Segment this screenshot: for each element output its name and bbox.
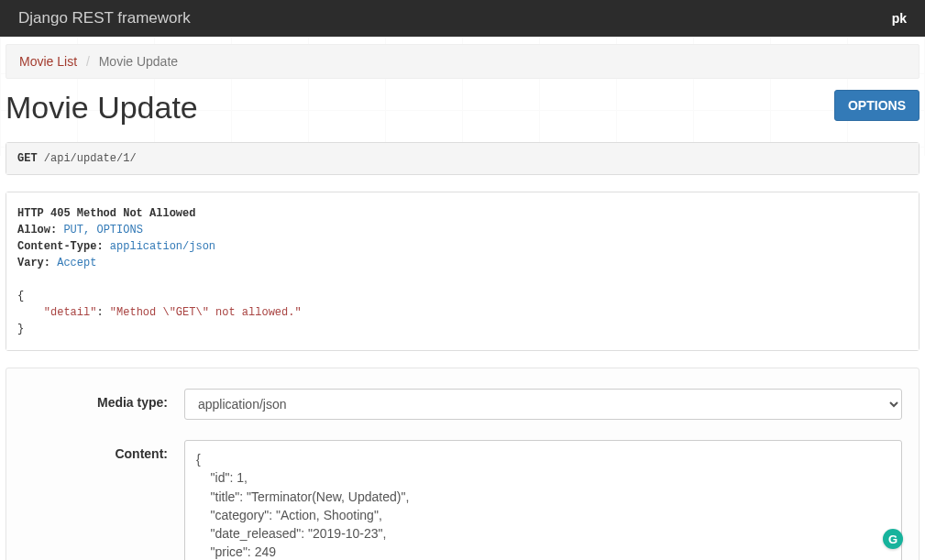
grammarly-icon[interactable]: G bbox=[883, 529, 903, 549]
request-line: GET /api/update/1/ bbox=[6, 143, 919, 174]
request-method: GET bbox=[17, 152, 38, 165]
request-path: /api/update/1/ bbox=[44, 152, 137, 165]
content-row: Content: { "id": 1, "title": "Terminator… bbox=[23, 440, 902, 560]
breadcrumb-current: Movie Update bbox=[99, 54, 178, 69]
navbar: Django REST framework pk bbox=[0, 0, 925, 37]
response-header-name-allow: Allow: bbox=[17, 224, 57, 236]
media-type-select[interactable]: application/json bbox=[184, 389, 902, 420]
response-header-name-content-type: Content-Type: bbox=[17, 240, 104, 253]
media-type-label: Media type: bbox=[23, 389, 184, 410]
json-open-brace: { bbox=[17, 290, 24, 302]
navbar-brand[interactable]: Django REST framework bbox=[18, 9, 191, 27]
page-header: Movie Update OPTIONS bbox=[6, 90, 919, 126]
breadcrumb-separator-icon: / bbox=[81, 54, 95, 69]
response-header-value-content-type: application/json bbox=[110, 240, 215, 253]
content-textarea[interactable]: { "id": 1, "title": "Terminator(New, Upd… bbox=[184, 440, 902, 560]
response-header-name-vary: Vary: bbox=[17, 257, 50, 269]
request-panel: GET /api/update/1/ bbox=[6, 142, 919, 175]
response-header-value-allow: PUT, OPTIONS bbox=[63, 224, 142, 236]
response-header-value-vary: Accept bbox=[57, 257, 96, 269]
content-label: Content: bbox=[23, 440, 184, 461]
response-panel: HTTP 405 Method Not Allowed Allow: PUT, … bbox=[6, 192, 919, 351]
json-close-brace: } bbox=[17, 323, 24, 335]
breadcrumb: Movie List / Movie Update bbox=[6, 44, 919, 79]
json-key-detail: "detail" bbox=[44, 306, 97, 319]
options-button[interactable]: OPTIONS bbox=[834, 90, 919, 121]
form-panel: Media type: application/json Content: { … bbox=[6, 368, 919, 560]
response-status-line: HTTP 405 Method Not Allowed bbox=[17, 207, 195, 220]
response-body: HTTP 405 Method Not Allowed Allow: PUT, … bbox=[6, 192, 919, 350]
breadcrumb-link-movie-list[interactable]: Movie List bbox=[19, 54, 77, 69]
json-value-detail: "Method \"GET\" not allowed." bbox=[110, 306, 302, 319]
navbar-user[interactable]: pk bbox=[892, 11, 907, 26]
page-title: Movie Update bbox=[6, 90, 198, 126]
media-type-row: Media type: application/json bbox=[23, 389, 902, 420]
